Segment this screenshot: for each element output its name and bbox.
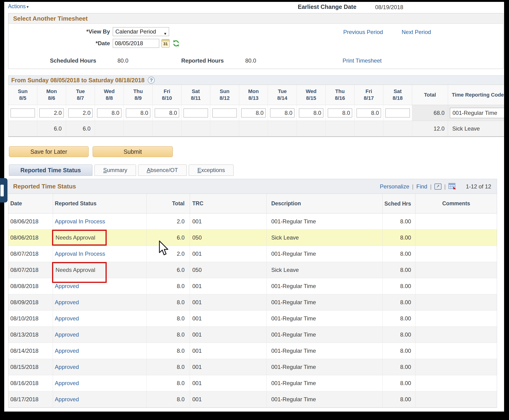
date-cell: 08/10/2018: [8, 311, 53, 327]
help-icon[interactable]: ?: [148, 77, 155, 84]
reported-status-link[interactable]: Approved: [55, 364, 79, 370]
time-entry-input[interactable]: [155, 109, 179, 117]
day-name: Mon: [46, 88, 57, 94]
sched-hrs-cell: 8.00: [383, 391, 415, 408]
submit-button[interactable]: Submit: [93, 146, 173, 157]
chevron-down-icon: ▼: [163, 30, 167, 38]
comments-cell: [415, 214, 497, 230]
find-link[interactable]: Find: [416, 183, 427, 190]
time-readonly-cell: [95, 121, 124, 136]
time-entry-input[interactable]: [270, 109, 295, 117]
scheduled-hours-value: 80.0: [117, 57, 129, 64]
view-all-popup-icon[interactable]: ↗: [434, 184, 441, 190]
view-by-value: Calendar Period: [115, 28, 156, 35]
total-header: Total: [412, 85, 448, 105]
time-readonly-cell: [268, 121, 297, 136]
day-date: 8/11: [191, 95, 201, 101]
reported-status-link[interactable]: Approved: [55, 380, 79, 386]
column-header-comments: Comments: [415, 194, 497, 214]
day-name: Tue: [76, 88, 85, 94]
reported-status-link[interactable]: Approval In Process: [55, 218, 105, 225]
next-period-link[interactable]: Next Period: [402, 29, 431, 35]
print-timesheet-link[interactable]: Print Timesheet: [342, 57, 382, 64]
day-name: Wed: [306, 88, 317, 94]
calendar-icon-top: [162, 39, 169, 41]
tab[interactable]: Summary: [94, 165, 136, 176]
tab[interactable]: Absence/OT: [138, 165, 187, 176]
actions-menu[interactable]: Actions▾: [8, 3, 29, 10]
time-entry-input[interactable]: [328, 109, 352, 117]
time-readonly-cell: 6.0: [37, 121, 66, 136]
tab[interactable]: Reported Time Status: [9, 165, 92, 176]
time-entry-input[interactable]: [241, 109, 266, 117]
description-cell: 001-Regular Time: [266, 343, 383, 359]
date-cell: 08/07/2018: [8, 262, 53, 278]
time-entry-input[interactable]: [357, 109, 381, 117]
reported-status-link[interactable]: Approved: [55, 348, 79, 354]
time-entry-input[interactable]: [213, 109, 237, 117]
day-header: Sun 8/5: [8, 85, 37, 105]
day-date: 8/9: [135, 95, 142, 101]
reported-status-link[interactable]: Approved: [55, 299, 79, 306]
day-header: Fri 8/17: [355, 85, 383, 105]
status-cell: Approved: [53, 391, 147, 408]
day-name: Sun: [220, 88, 229, 94]
date-input[interactable]: [113, 39, 159, 48]
trc-label: Sick Leave: [448, 121, 504, 136]
trc-select[interactable]: 001-Regular Time: [450, 108, 504, 118]
trc-cell: 050: [190, 230, 266, 246]
separator: |: [444, 183, 446, 190]
description-cell: 001-Regular Time: [266, 278, 383, 294]
personalize-link[interactable]: Personalize: [380, 183, 409, 190]
column-header-total: Total: [146, 194, 190, 214]
view-by-select[interactable]: Calendar Period ▼: [113, 27, 169, 36]
view-by-label: *View By: [8, 28, 111, 35]
grid-header-row: Sun 8/5 Mon 8/6 Tue 8/7 Wed: [8, 85, 504, 105]
time-readonly-cell: [153, 121, 182, 136]
day-name: Thu: [335, 88, 345, 94]
time-entry-input[interactable]: [299, 109, 323, 117]
description-cell: Sick Leave: [266, 230, 383, 246]
day-header: Wed 8/15: [297, 85, 326, 105]
day-header: Sat 8/18: [383, 85, 412, 105]
reported-status-link[interactable]: Approved: [55, 315, 79, 322]
column-header-trc: TRC: [190, 194, 266, 214]
grid-title-bar: From Sunday 08/05/2018 to Saturday 08/18…: [8, 75, 504, 85]
time-entry-input[interactable]: [183, 109, 208, 117]
day-header: Sat 8/11: [182, 85, 210, 105]
time-entry-input[interactable]: [386, 109, 410, 117]
reported-status-link[interactable]: Approved: [55, 396, 79, 403]
time-entry-input[interactable]: [97, 109, 122, 117]
day-date: 8/12: [220, 95, 230, 101]
reported-status-link[interactable]: Approved: [55, 331, 79, 338]
reported-status-link[interactable]: Approved: [55, 283, 79, 289]
previous-period-link[interactable]: Previous Period: [343, 29, 383, 35]
time-entry-input[interactable]: [11, 109, 35, 117]
page-content: Actions▾ Earliest Change Date 08/19/2018…: [4, 2, 504, 412]
calendar-icon[interactable]: 31: [161, 39, 169, 48]
time-entry-input[interactable]: [126, 109, 150, 117]
time-entry-row: 68.0 001-Regular Time: [8, 105, 504, 121]
total-cell: 8.0: [146, 311, 190, 327]
time-entry-input[interactable]: [39, 109, 64, 117]
time-readonly-cell: [326, 121, 355, 136]
save-for-later-button[interactable]: Save for Later: [9, 146, 89, 157]
earliest-change-date-label: Earliest Change Date: [298, 4, 356, 10]
comments-cell: [415, 262, 497, 278]
reported-status-link[interactable]: Needs Approval: [52, 262, 107, 283]
trc-cell: 001: [190, 343, 266, 359]
total-cell: 8.0: [146, 327, 190, 343]
reported-status-link[interactable]: Approval In Process: [55, 251, 105, 257]
refresh-icon[interactable]: [172, 40, 180, 47]
record-count: 1-12 of 12: [466, 183, 491, 190]
time-entry-input[interactable]: [68, 109, 93, 117]
day-date: 8/18: [393, 95, 403, 101]
tab-label: Summary: [103, 167, 127, 173]
reported-time-status-section: Reported Time Status Personalize | Find …: [8, 179, 497, 408]
table-header-row: Date Reported Status Total TRC Descripti…: [8, 194, 497, 214]
side-panel-handle[interactable]: [0, 178, 8, 202]
download-grid-icon[interactable]: [448, 183, 456, 190]
reported-status-link[interactable]: Needs Approval: [52, 230, 107, 246]
day-date: 8/8: [106, 95, 113, 101]
tab[interactable]: Exceptions: [189, 165, 234, 176]
